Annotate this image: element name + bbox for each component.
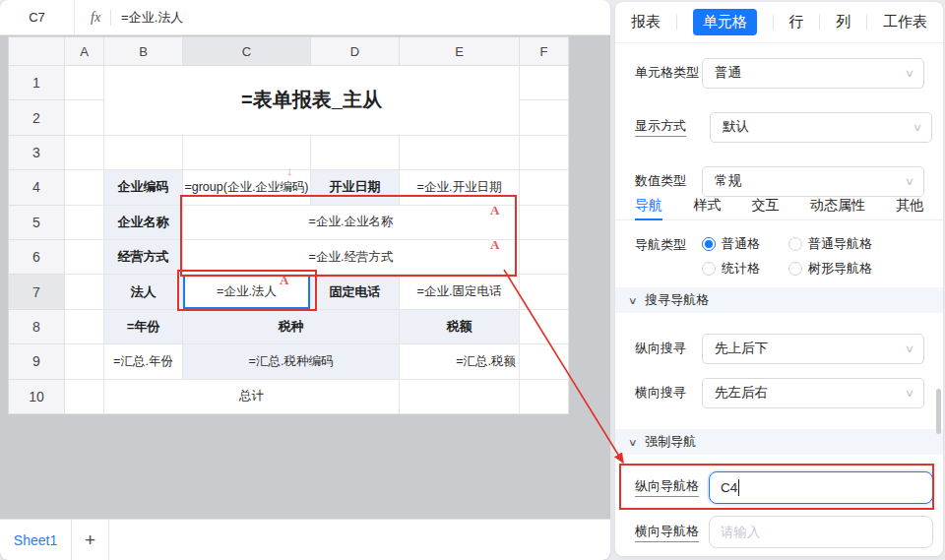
field-row-horizontal-nav-cell: 横向导航格 请输入 <box>615 516 943 548</box>
row-header-1[interactable]: 1 <box>9 66 65 100</box>
cell-B8[interactable]: =年份 <box>104 310 183 344</box>
cell-empty[interactable] <box>520 170 569 205</box>
cell-empty[interactable] <box>520 310 569 344</box>
cell-empty[interactable] <box>520 344 569 379</box>
cell-B5[interactable]: 企业名称 <box>104 206 183 240</box>
row-header-6[interactable]: 6 <box>9 240 65 275</box>
subtab-navigation[interactable]: 导航 <box>635 197 662 220</box>
subtab-other[interactable]: 其他 <box>896 197 923 220</box>
input-placeholder: 请输入 <box>721 524 761 541</box>
radio-normal-cell[interactable]: 普通格 <box>702 235 788 253</box>
row-header-9[interactable]: 9 <box>9 344 65 379</box>
cell-empty[interactable] <box>65 275 104 309</box>
cell-empty[interactable] <box>65 66 104 100</box>
row-header-10[interactable]: 10 <box>9 380 65 414</box>
add-sheet-button[interactable]: + <box>72 520 109 560</box>
col-header-A[interactable]: A <box>65 37 104 66</box>
cell-B1[interactable]: =表单报表_主从 <box>104 66 520 136</box>
cell-D4[interactable]: 开业日期 <box>311 170 400 205</box>
cell-B10[interactable]: 总计 <box>104 380 400 414</box>
chevron-down-icon: ∨ <box>905 67 914 80</box>
cell-B6[interactable]: 经营方式 <box>104 240 183 275</box>
cell-empty[interactable] <box>520 380 569 414</box>
section-force-nav[interactable]: ∨ 强制导航 <box>615 429 943 455</box>
cell-empty[interactable] <box>65 310 104 344</box>
formula-bar: C7 fx =企业.法人 <box>0 0 610 35</box>
tab-row[interactable]: 行 <box>789 13 804 31</box>
sheet-canvas: ABCDEF12345678910=表单报表_主从企业编码=group(企业.企… <box>0 35 610 519</box>
cell-C6[interactable]: =企业.经营方式 <box>183 240 520 275</box>
sheet-tab-sheet1[interactable]: Sheet1 <box>0 520 72 560</box>
col-header-C[interactable]: C <box>183 37 311 66</box>
radio-tree-nav-cell[interactable]: 树形导航格 <box>788 260 872 278</box>
cell-empty[interactable] <box>400 136 520 170</box>
cell-D7[interactable]: 固定电话 <box>311 275 400 309</box>
col-header-F[interactable]: F <box>520 37 569 66</box>
chevron-down-icon: ∨ <box>628 437 638 448</box>
radio-stat-cell[interactable]: 统计格 <box>702 260 788 278</box>
cell-empty[interactable] <box>65 240 104 275</box>
tab-worksheet[interactable]: 工作表 <box>883 13 927 31</box>
properties-panel: 报表 单元格 行 列 工作表 单元格类型 普通 ∨ 显示方式 默认 ∨ 数值类型… <box>615 2 943 556</box>
cell-empty[interactable] <box>183 136 311 170</box>
cell-empty[interactable] <box>65 206 104 240</box>
row-header-5[interactable]: 5 <box>9 206 65 240</box>
cell-empty[interactable] <box>65 100 104 135</box>
col-header-D[interactable]: D <box>311 37 400 66</box>
cell-empty[interactable] <box>520 275 569 309</box>
cell-empty[interactable] <box>520 100 569 135</box>
cell-E8[interactable]: 税额 <box>400 310 520 344</box>
cell-C7[interactable]: =企业.法人 <box>183 275 311 309</box>
display-mode-select[interactable]: 默认 ∨ <box>710 112 932 143</box>
cell-empty[interactable] <box>520 66 569 100</box>
cell-B9[interactable]: =汇总.年份 <box>104 344 183 379</box>
radio-icon <box>788 237 802 251</box>
cell-reference-box[interactable]: C7 <box>0 0 75 34</box>
field-label: 单元格类型 <box>635 64 702 82</box>
subtab-style[interactable]: 样式 <box>693 197 721 220</box>
cell-empty[interactable] <box>400 380 520 414</box>
cell-type-select[interactable]: 普通 ∨ <box>702 58 924 89</box>
field-label: 横向导航格 <box>635 523 699 542</box>
cell-C9[interactable]: =汇总.税种编码 <box>183 344 400 379</box>
field-row-horizontal-search: 横向搜寻 先左后右 ∨ <box>615 377 943 408</box>
spreadsheet-panel: C7 fx =企业.法人 ABCDEF12345678910=表单报表_主从企业… <box>0 0 610 560</box>
row-header-8[interactable]: 8 <box>9 310 65 344</box>
cell-empty[interactable] <box>65 380 104 414</box>
scrollbar-thumb[interactable] <box>936 389 941 434</box>
col-header-B[interactable]: B <box>104 37 183 66</box>
row-header-2[interactable]: 2 <box>9 100 65 135</box>
tab-cell[interactable]: 单元格 <box>693 9 757 35</box>
cell-B7[interactable]: 法人 <box>104 275 183 309</box>
vertical-nav-input[interactable]: C4 <box>709 471 933 504</box>
cell-C4[interactable]: =group(企业.企业编码) <box>183 170 311 205</box>
cell-empty[interactable] <box>65 344 104 379</box>
cell-empty[interactable] <box>520 136 569 170</box>
row-header-4[interactable]: 4 <box>9 170 65 205</box>
cell-E7[interactable]: =企业.固定电话 <box>400 275 520 309</box>
vertical-search-select[interactable]: 先上后下 ∨ <box>702 334 924 364</box>
row-header-7[interactable]: 7 <box>9 275 65 309</box>
cell-E4[interactable]: =企业.开业日期 <box>400 170 520 205</box>
subtab-dynamic-attrs[interactable]: 动态属性 <box>810 197 865 220</box>
cell-E9[interactable]: =汇总.税额 <box>400 344 520 379</box>
cell-empty[interactable] <box>104 136 183 170</box>
cell-empty[interactable] <box>520 206 569 240</box>
cell-empty[interactable] <box>311 136 400 170</box>
tab-column[interactable]: 列 <box>836 13 850 31</box>
row-header-3[interactable]: 3 <box>9 136 65 170</box>
subtab-interaction[interactable]: 交互 <box>752 197 780 220</box>
cell-empty[interactable] <box>65 170 104 205</box>
horizontal-nav-input[interactable]: 请输入 <box>709 516 933 548</box>
horizontal-search-select[interactable]: 先左后右 ∨ <box>702 378 924 408</box>
section-search-nav[interactable]: ∨ 搜寻导航格 <box>615 287 943 313</box>
cell-C8[interactable]: 税种 <box>183 310 400 344</box>
cell-B4[interactable]: 企业编码 <box>104 170 183 205</box>
cell-C5[interactable]: =企业.企业名称 <box>183 206 520 240</box>
cell-empty[interactable] <box>65 136 104 170</box>
col-header-E[interactable]: E <box>400 37 520 66</box>
cell-empty[interactable] <box>520 240 569 275</box>
tab-report[interactable]: 报表 <box>631 13 661 31</box>
formula-input[interactable]: =企业.法人 <box>121 9 183 27</box>
radio-normal-nav-cell[interactable]: 普通导航格 <box>788 235 872 253</box>
